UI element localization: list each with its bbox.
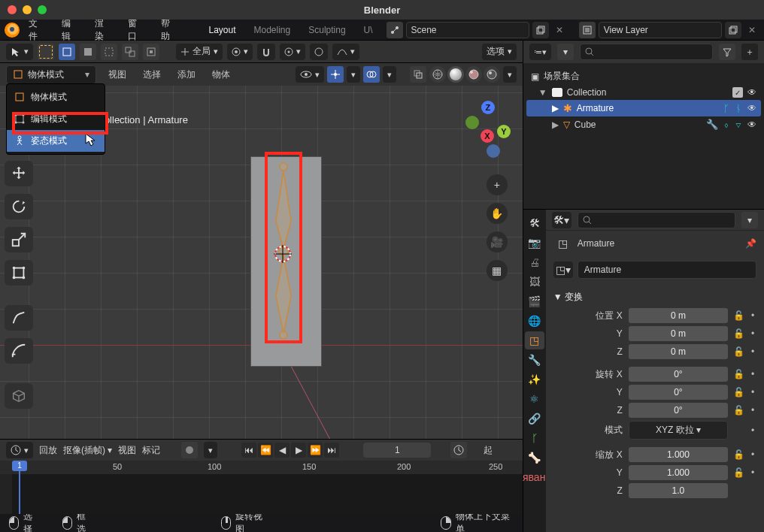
overlay-dropdown[interactable]: ▾ [383, 66, 396, 83]
add-menu[interactable]: 添加 [173, 65, 200, 84]
select-mode-1-icon[interactable] [59, 44, 75, 60]
select-mode-4-icon[interactable] [122, 44, 138, 60]
tool-measure-icon[interactable] [5, 338, 33, 364]
properties-options-icon[interactable]: ▾ [741, 212, 758, 228]
outliner[interactable]: ▣ 场景集合 ▼ Collection ✓ 👁 ▶ ✱ Armature [523, 63, 764, 137]
play-fwd-icon[interactable]: ▶ [291, 443, 306, 458]
shading-solid-icon[interactable] [447, 66, 464, 83]
tool-rotate-icon[interactable] [5, 194, 33, 219]
new-collection-icon[interactable]: ＋ [741, 44, 758, 60]
viewlayer-field[interactable]: View Layer [599, 22, 722, 38]
ortho-button[interactable]: ▦ [487, 260, 508, 281]
workspace-modeling[interactable]: Modeling [247, 23, 299, 38]
tab-physics-icon[interactable]: ⚛ [525, 390, 544, 408]
shading-matprev-icon[interactable] [465, 66, 482, 83]
cube-data-icons[interactable]: 🔧 ⬨ ▽ [706, 119, 743, 130]
rot-y[interactable]: 0° [629, 385, 728, 400]
outliner-mode-dropdown[interactable]: ≔▾ [529, 44, 551, 60]
loc-x[interactable]: 0 m [629, 308, 728, 323]
cursor-tool-icon[interactable]: ▾ [6, 44, 33, 60]
tool-move-icon[interactable] [5, 161, 33, 186]
disclosure-icon[interactable]: ▼ [538, 87, 547, 98]
tl-keying[interactable]: 抠像(插帧) ▾ [63, 444, 112, 457]
gizmo-dropdown[interactable]: ▾ [347, 66, 360, 83]
mode-edit[interactable]: 编辑模式 [7, 108, 105, 130]
outliner-display-icon[interactable]: ▾ [557, 44, 574, 60]
select-mode-3-icon[interactable] [101, 44, 117, 60]
tab-render-icon[interactable]: 📷 [525, 234, 544, 252]
current-frame[interactable]: 1 [363, 443, 431, 458]
pan-button[interactable]: ✋ [487, 203, 508, 224]
timeline-track[interactable]: 1 50 100 150 200 250 [0, 461, 523, 514]
tab-material-icon[interactable]: �явання [525, 468, 544, 486]
view-menu[interactable]: 视图 [104, 65, 131, 84]
jump-start-icon[interactable]: ⏮ [241, 443, 256, 458]
object-name-field[interactable]: Armature [578, 261, 756, 279]
select-mode-5-icon[interactable] [143, 44, 159, 60]
object-menu[interactable]: 物体 [208, 65, 235, 84]
nav-gizmo[interactable]: Z X Y [465, 101, 511, 146]
camera-button[interactable]: 🎥 [487, 231, 508, 252]
gizmo-toggle[interactable] [327, 66, 344, 83]
tab-object-icon[interactable]: ◳ [525, 331, 544, 349]
jump-keyprev-icon[interactable]: ⏪ [258, 443, 273, 458]
workspace-sculpting[interactable]: Sculpting [301, 23, 353, 38]
select-tool-icon[interactable] [38, 44, 54, 60]
rot-x[interactable]: 0° [629, 367, 728, 382]
autokey-toggle[interactable] [181, 442, 198, 458]
proportional-falloff-dropdown[interactable]: ▾ [332, 44, 359, 60]
tool-scale-icon[interactable] [5, 227, 33, 252]
xray-toggle[interactable] [410, 66, 426, 83]
shading-wireframe-icon[interactable] [429, 66, 446, 83]
loc-y[interactable]: 0 m [629, 326, 728, 341]
layer-delete[interactable]: ✕ [744, 25, 759, 35]
collection-enable-checkbox[interactable]: ✓ [732, 87, 743, 98]
tab-tool-icon[interactable]: 🛠 [525, 214, 544, 232]
rotation-mode-dropdown[interactable]: XYZ 欧拉 ▾ [629, 421, 728, 440]
autokey-dropdown[interactable]: ▾ [204, 442, 217, 458]
browse-scene-icon[interactable] [387, 22, 403, 38]
pin-icon[interactable]: 📌 [745, 238, 756, 249]
layer-new-icon[interactable] [725, 22, 741, 38]
shading-dropdown[interactable]: ▾ [503, 66, 517, 83]
visibility-icon[interactable]: 👁 [747, 87, 756, 98]
mode-dropdown[interactable]: 物体模式 ▾ [6, 65, 96, 84]
outliner-scene-collection[interactable]: ▣ 场景集合 [526, 68, 761, 85]
outliner-armature[interactable]: ▶ ✱ Armature ᚴ ᚾ 👁 [526, 100, 761, 116]
scale-z[interactable]: 1.0 [629, 483, 728, 498]
scene-name-field[interactable]: Scene [406, 22, 529, 38]
tab-world-icon[interactable]: 🌐 [525, 312, 544, 330]
blender-icon[interactable] [5, 23, 20, 38]
scale-y[interactable]: 1.000 [629, 465, 728, 480]
browse-layer-icon[interactable] [579, 22, 596, 38]
traffic-min[interactable] [23, 5, 32, 14]
visibility-icon[interactable]: 👁 [747, 119, 756, 130]
overlay-toggle[interactable] [363, 66, 380, 83]
scale-x[interactable]: 1.000 [629, 447, 728, 462]
scene-new-icon[interactable] [532, 22, 549, 38]
armature-mode-icons[interactable]: ᚴ ᚾ [723, 103, 743, 114]
tl-playback[interactable]: 回放 [39, 444, 57, 457]
visibility-icon[interactable]: 👁 [747, 103, 756, 113]
select-menu[interactable]: 选择 [138, 65, 165, 84]
zoom-button[interactable]: + [487, 174, 508, 195]
jump-end-icon[interactable]: ⏭ [324, 443, 339, 458]
rot-z[interactable]: 0° [629, 403, 728, 418]
workspace-layout[interactable]: Layout [201, 23, 243, 38]
tool-annotate-icon[interactable] [5, 305, 33, 331]
loc-z[interactable]: 0 m [629, 344, 728, 359]
shading-rendered-icon[interactable] [484, 66, 500, 83]
visibility-dropdown[interactable]: ▾ [296, 66, 324, 83]
tab-armature-icon[interactable]: ᚴ [525, 429, 544, 447]
snap-target-dropdown[interactable]: ▾ [280, 44, 305, 60]
outliner-cube[interactable]: ▶ ▽ Cube 🔧 ⬨ ▽ 👁 [526, 116, 761, 132]
pivot-dropdown[interactable]: ▾ [227, 44, 253, 60]
tab-output-icon[interactable]: 🖨 [525, 253, 544, 271]
jump-keynext-icon[interactable]: ⏩ [308, 443, 323, 458]
timeline-editor-icon[interactable]: ▾ [6, 442, 33, 458]
tl-view[interactable]: 视图 [118, 444, 136, 457]
snap-toggle[interactable] [257, 44, 275, 60]
tab-bone-icon[interactable]: 🦴 [525, 449, 544, 467]
tool-addcube-icon[interactable] [5, 383, 33, 409]
tab-particles-icon[interactable]: ✨ [525, 370, 544, 388]
